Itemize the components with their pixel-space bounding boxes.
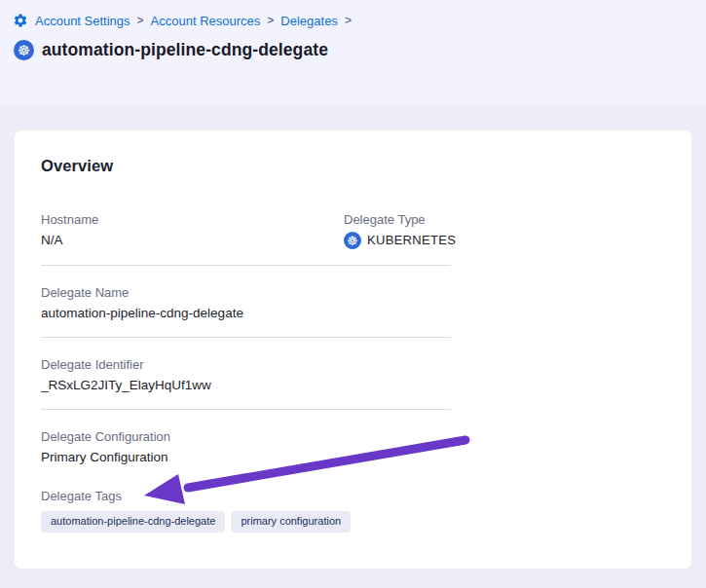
hostname-field: Hostname N/A (41, 212, 344, 249)
breadcrumb-item-delegates[interactable]: Delegates (280, 14, 338, 28)
delegate-configuration-label: Delegate Configuration (41, 429, 451, 444)
breadcrumb: Account Settings > Account Resources > D… (13, 13, 692, 28)
delegate-name-label: Delegate Name (41, 285, 451, 300)
delegate-type-value: ☸ KUBERNETES (344, 232, 456, 249)
breadcrumb-item-account-settings[interactable]: Account Settings (35, 14, 130, 28)
delegate-name-value: automation-pipeline-cdng-delegate (41, 305, 451, 321)
delegate-name-field: Delegate Name automation-pipeline-cdng-d… (41, 285, 451, 338)
delegate-tags-field: Delegate Tags automation-pipeline-cdng-d… (41, 489, 451, 533)
delegate-type-field: Delegate Type ☸ KUBERNETES (344, 212, 456, 249)
delegate-type-text: KUBERNETES (367, 232, 456, 249)
delegate-identifier-value: _RSxLG2JITy_ElayHqUf1ww (41, 377, 451, 393)
kubernetes-icon: ☸ (14, 40, 34, 60)
page-content: Overview Hostname N/A Delegate Type ☸ KU… (0, 105, 706, 570)
delegate-identifier-field: Delegate Identifier _RSxLG2JITy_ElayHqUf… (41, 357, 451, 410)
delegate-tags-label: Delegate Tags (41, 489, 451, 503)
delegate-tags-list: automation-pipeline-cdng-delegate primar… (41, 511, 451, 533)
delegate-tag: automation-pipeline-cdng-delegate (41, 511, 225, 533)
hostname-type-row: Hostname N/A Delegate Type ☸ KUBERNETES (41, 212, 451, 266)
delegate-tag: primary configuration (231, 511, 351, 533)
gear-icon (13, 13, 28, 28)
hostname-value: N/A (41, 232, 344, 248)
page-title-row: ☸ automation-pipeline-cdng-delegate (13, 40, 692, 60)
breadcrumb-separator: > (345, 14, 352, 27)
page-header: Account Settings > Account Resources > D… (0, 0, 706, 105)
kubernetes-icon: ☸ (344, 232, 361, 249)
delegate-identifier-label: Delegate Identifier (41, 357, 451, 372)
overview-card: Overview Hostname N/A Delegate Type ☸ KU… (14, 129, 692, 570)
delegate-configuration-value: Primary Configuration (41, 449, 451, 465)
delegate-type-label: Delegate Type (344, 212, 456, 227)
delegate-configuration-field: Delegate Configuration Primary Configura… (41, 429, 451, 481)
hostname-label: Hostname (41, 212, 344, 227)
breadcrumb-item-account-resources[interactable]: Account Resources (151, 14, 261, 28)
page-title: automation-pipeline-cdng-delegate (42, 40, 328, 60)
breadcrumb-separator: > (267, 14, 274, 27)
breadcrumb-separator: > (137, 14, 144, 27)
overview-heading: Overview (41, 157, 665, 175)
overview-fields: Hostname N/A Delegate Type ☸ KUBERNETES … (41, 212, 451, 533)
